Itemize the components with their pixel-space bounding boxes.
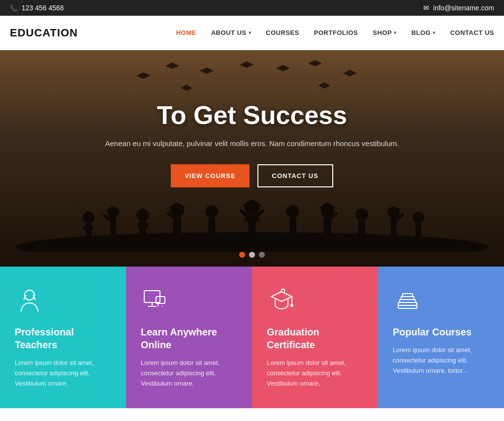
svg-point-37 bbox=[286, 205, 299, 218]
phone-number: 123 456 4568 bbox=[22, 4, 64, 12]
svg-marker-11 bbox=[308, 60, 322, 66]
feature-title-graduation: GraduationCertificate bbox=[267, 326, 319, 351]
feature-card-graduation: GraduationCertificate Lorem ipsum dolor … bbox=[252, 267, 378, 408]
svg-rect-74 bbox=[398, 305, 417, 308]
email-address: info@sitename.com bbox=[433, 4, 494, 12]
svg-rect-32 bbox=[208, 218, 215, 239]
svg-rect-27 bbox=[137, 223, 149, 227]
slider-dots bbox=[239, 252, 265, 258]
chevron-down-icon: ▾ bbox=[433, 30, 436, 35]
svg-marker-13 bbox=[343, 70, 357, 76]
slider-dot-1[interactable] bbox=[239, 252, 245, 258]
svg-marker-7 bbox=[240, 61, 253, 68]
features-section: ProfessionalTeachers Lorem ipsum dolor s… bbox=[0, 267, 504, 408]
feature-title-online: Learn AnywhereOnline bbox=[141, 326, 217, 351]
svg-rect-21 bbox=[84, 226, 94, 230]
top-bar-right: ✉ info@sitename.com bbox=[423, 4, 494, 12]
svg-marker-15 bbox=[181, 85, 192, 91]
email-icon: ✉ bbox=[423, 4, 429, 12]
feature-title-courses: Popular Courses bbox=[393, 326, 472, 338]
hero-title: To Get Success bbox=[105, 100, 399, 130]
svg-marker-64 bbox=[271, 292, 292, 301]
monitor-icon bbox=[141, 286, 170, 316]
top-bar: 📞 123 456 4568 ✉ info@sitename.com bbox=[0, 0, 504, 16]
svg-rect-48 bbox=[415, 223, 421, 241]
main-nav: HOME ABOUT US ▾ COURSES PORTFOLIOS SHOP … bbox=[176, 29, 494, 36]
nav-item-about[interactable]: ABOUT US ▾ bbox=[211, 29, 251, 36]
svg-marker-17 bbox=[318, 82, 330, 89]
nav-item-courses[interactable]: COURSES bbox=[266, 29, 299, 36]
view-course-button[interactable]: VIEW COURSE bbox=[171, 164, 249, 187]
hero-buttons: VIEW COURSE CONTACT US bbox=[105, 164, 399, 187]
feature-card-courses: Popular Courses Lorem ipsum dolor sit am… bbox=[378, 267, 504, 408]
nav-item-home[interactable]: HOME bbox=[176, 29, 196, 36]
contact-us-button[interactable]: CONTACT US bbox=[257, 164, 333, 187]
svg-rect-20 bbox=[86, 223, 92, 241]
top-bar-left: 📞 123 456 4568 bbox=[10, 4, 64, 12]
svg-point-42 bbox=[355, 209, 368, 221]
nav-item-blog[interactable]: BLOG ▾ bbox=[411, 29, 436, 36]
feature-desc-graduation: Lorem ipsum dolor sit amet, consectetur … bbox=[267, 358, 363, 389]
svg-point-66 bbox=[291, 304, 293, 306]
chevron-down-icon: ▾ bbox=[394, 30, 397, 35]
header: EDUCATION HOME ABOUT US ▾ COURSES PORTFO… bbox=[0, 16, 504, 50]
svg-rect-43 bbox=[358, 221, 365, 240]
svg-point-47 bbox=[412, 211, 424, 223]
nav-item-shop[interactable]: SHOP ▾ bbox=[373, 29, 396, 36]
graduation-icon bbox=[267, 286, 296, 316]
svg-marker-9 bbox=[276, 65, 290, 71]
svg-marker-3 bbox=[165, 62, 179, 69]
slider-dot-3[interactable] bbox=[259, 252, 265, 258]
svg-marker-1 bbox=[136, 72, 150, 79]
svg-marker-5 bbox=[200, 67, 214, 74]
svg-point-25 bbox=[136, 209, 149, 221]
books-icon bbox=[393, 286, 422, 316]
svg-point-31 bbox=[205, 205, 218, 218]
chevron-down-icon: ▾ bbox=[249, 30, 252, 35]
svg-rect-73 bbox=[403, 294, 412, 297]
svg-rect-38 bbox=[289, 218, 296, 239]
feature-desc-courses: Lorem ipsum dolor sit amet, consectetur … bbox=[393, 345, 489, 376]
nav-item-contact[interactable]: CONTACT US bbox=[450, 29, 494, 36]
nav-item-portfolios[interactable]: PORTFOLIOS bbox=[314, 29, 358, 36]
hero-section: To Get Success Aenean eu mi vulputate, p… bbox=[0, 50, 504, 267]
slider-dot-2[interactable] bbox=[249, 252, 255, 258]
feature-card-online: Learn AnywhereOnline Lorem ipsum dolor s… bbox=[126, 267, 252, 408]
feature-desc-online: Lorem ipsum dolor sit amet, consectetur … bbox=[141, 358, 237, 389]
feature-card-teachers: ProfessionalTeachers Lorem ipsum dolor s… bbox=[0, 267, 126, 408]
svg-point-19 bbox=[83, 211, 94, 223]
hero-subtitle: Aenean eu mi vulputate, pulvinar velit m… bbox=[105, 138, 399, 150]
phone-icon: 📞 bbox=[10, 4, 18, 12]
feature-title-teachers: ProfessionalTeachers bbox=[15, 326, 74, 351]
feature-desc-teachers: Lorem ipsum dolor sit amet, consectetur … bbox=[15, 358, 111, 389]
hero-content: To Get Success Aenean eu mi vulputate, p… bbox=[105, 100, 399, 187]
site-logo[interactable]: EDUCATION bbox=[10, 27, 78, 39]
teacher-icon bbox=[15, 286, 44, 316]
